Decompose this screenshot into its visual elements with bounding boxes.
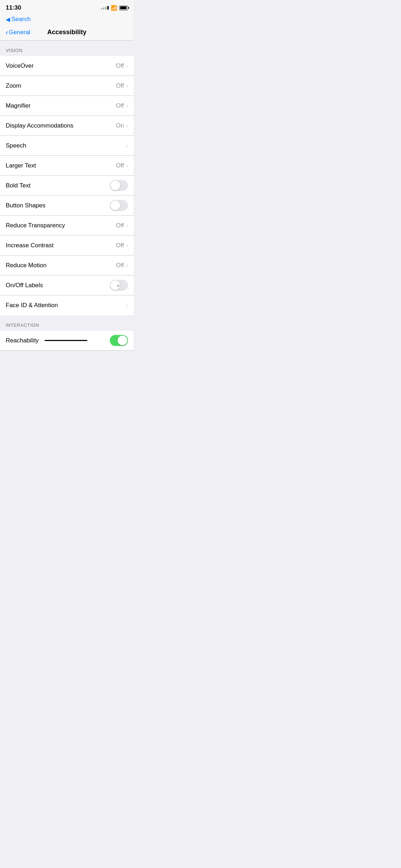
display-accommodations-row[interactable]: Display Accommodations On › (0, 116, 134, 136)
magnifier-label: Magnifier (6, 102, 31, 109)
increase-contrast-chevron-icon: › (126, 242, 128, 249)
magnifier-right: Off › (116, 102, 128, 109)
onoff-labels-toggle[interactable] (110, 280, 128, 291)
wifi-icon: 📶 (111, 5, 117, 11)
larger-text-label: Larger Text (6, 162, 36, 169)
onoff-labels-label: On/Off Labels (6, 282, 43, 289)
voiceover-right: Off › (116, 62, 128, 69)
interaction-settings-group: Reachability (0, 331, 134, 351)
back-button[interactable]: ‹ General (6, 28, 30, 36)
vision-settings-group: VoiceOver Off › Zoom Off › Magnifier Off… (0, 56, 134, 315)
increase-contrast-value: Off (116, 242, 124, 249)
status-icons: 📶 (101, 5, 128, 11)
reduce-motion-right: Off › (116, 262, 128, 269)
bold-text-label: Bold Text (6, 182, 31, 189)
button-shapes-toggle[interactable] (110, 200, 128, 211)
larger-text-row[interactable]: Larger Text Off › (0, 156, 134, 176)
increase-contrast-label: Increase Contrast (6, 242, 53, 249)
reduce-transparency-row[interactable]: Reduce Transparency Off › (0, 216, 134, 236)
status-bar: 11:30 📶 (0, 0, 134, 16)
reduce-motion-row[interactable]: Reduce Motion Off › (0, 255, 134, 275)
reduce-motion-value: Off (116, 262, 124, 269)
face-id-label: Face ID & Attention (6, 302, 58, 309)
increase-contrast-row[interactable]: Increase Contrast Off › (0, 236, 134, 255)
speech-right: › (126, 143, 128, 149)
reachability-line (45, 340, 87, 341)
reachability-row[interactable]: Reachability (0, 331, 134, 351)
reachability-left: Reachability (6, 337, 87, 344)
nav-bar: ‹ General Accessibility (0, 26, 134, 41)
zoom-right: Off › (116, 82, 128, 89)
bold-text-toggle-thumb (110, 181, 120, 190)
button-shapes-toggle-thumb (110, 201, 120, 210)
display-accommodations-chevron-icon: › (126, 123, 128, 129)
larger-text-chevron-icon: › (126, 162, 128, 169)
battery-icon (119, 6, 128, 10)
bold-text-toggle[interactable] (110, 180, 128, 191)
magnifier-chevron-icon: › (126, 103, 128, 109)
larger-text-value: Off (116, 162, 124, 169)
zoom-row[interactable]: Zoom Off › (0, 76, 134, 96)
page-title: Accessibility (47, 29, 86, 36)
reachability-toggle[interactable] (110, 335, 128, 346)
speech-label: Speech (6, 142, 26, 149)
increase-contrast-right: Off › (116, 242, 128, 249)
onoff-labels-toggle-thumb (110, 280, 120, 290)
reduce-transparency-right: Off › (116, 222, 128, 229)
reduce-motion-chevron-icon: › (126, 262, 128, 269)
reduce-transparency-value: Off (116, 222, 124, 229)
bold-text-row[interactable]: Bold Text (0, 176, 134, 196)
larger-text-right: Off › (116, 162, 128, 169)
reduce-transparency-label: Reduce Transparency (6, 222, 65, 229)
display-accommodations-value: On (116, 122, 124, 129)
face-id-row[interactable]: Face ID & Attention › (0, 295, 134, 315)
magnifier-row[interactable]: Magnifier Off › (0, 96, 134, 116)
reduce-motion-label: Reduce Motion (6, 262, 46, 269)
face-id-right: › (126, 302, 128, 309)
zoom-label: Zoom (6, 82, 21, 89)
search-back-arrow-icon: ◀ (6, 16, 10, 23)
magnifier-value: Off (116, 102, 124, 109)
display-accommodations-right: On › (116, 122, 128, 129)
speech-row[interactable]: Speech › (0, 136, 134, 156)
zoom-chevron-icon: › (126, 83, 128, 89)
status-time: 11:30 (6, 4, 21, 11)
voiceover-row[interactable]: VoiceOver Off › (0, 56, 134, 76)
display-accommodations-label: Display Accommodations (6, 122, 73, 129)
voiceover-label: VoiceOver (6, 62, 34, 69)
zoom-value: Off (116, 82, 124, 89)
back-label: General (9, 29, 30, 36)
search-back-label[interactable]: Search (11, 16, 31, 23)
reachability-toggle-thumb (118, 336, 127, 345)
onoff-labels-row[interactable]: On/Off Labels (0, 275, 134, 295)
back-chevron-icon: ‹ (6, 28, 8, 36)
button-shapes-row[interactable]: Button Shapes (0, 196, 134, 216)
search-back-area: ◀ Search (0, 16, 134, 26)
reduce-transparency-chevron-icon: › (126, 222, 128, 229)
section-header-vision: VISION (0, 41, 134, 56)
reachability-label: Reachability (6, 337, 39, 344)
voiceover-chevron-icon: › (126, 63, 128, 69)
voiceover-value: Off (116, 62, 124, 69)
section-header-interaction: INTERACTION (0, 315, 134, 331)
face-id-chevron-icon: › (126, 302, 128, 309)
button-shapes-label: Button Shapes (6, 202, 46, 209)
signal-icon (101, 6, 109, 10)
speech-chevron-icon: › (126, 143, 128, 149)
